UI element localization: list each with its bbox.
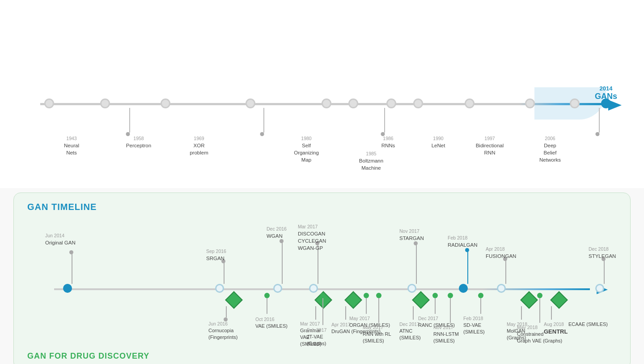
conn-stylegan — [604, 259, 605, 284]
label-gans: 2014 GANs — [606, 85, 628, 101]
diamond-molgan — [520, 291, 538, 309]
label-rnn-rl: May 2017 RNN with RL(SMILES) — [363, 324, 391, 344]
node-hopfield — [348, 98, 358, 108]
gan-node-srgan — [215, 284, 224, 293]
diamond-atnc — [412, 291, 430, 309]
node-neocogitron — [322, 98, 331, 108]
label-fusiongan: Apr 2018 FUSIONGAN — [486, 246, 516, 260]
node-computing — [100, 98, 110, 108]
conn-molgan — [521, 306, 522, 320]
conn-grammar-vae — [315, 306, 316, 320]
gan-timeline-wrapper: Jun 2014 Original GAN Sep 2016 SRGAN Dec… — [27, 217, 617, 360]
gan-title: GAN TIMELINE — [27, 202, 617, 212]
dot-rnn-rl — [376, 293, 381, 298]
gan-node-discogan — [309, 284, 318, 293]
conn-ranc — [435, 298, 436, 314]
label-srgan: Sep 2016 SRGAN — [206, 248, 226, 262]
diamond-cornucopia — [225, 291, 243, 309]
node-dark-era — [44, 98, 54, 108]
dot-organ — [364, 293, 369, 298]
dot-jt-vae — [320, 293, 326, 298]
gan-drug-title: GAN FOR DRUG DISCOVERY — [27, 351, 149, 361]
node-gans — [601, 98, 611, 108]
connector-perceptron — [263, 108, 264, 133]
dot-radialgan — [465, 248, 469, 252]
node-lstms — [465, 98, 475, 108]
dot-neural-nets — [126, 132, 130, 136]
dot-sd-vae — [478, 293, 483, 298]
conn-sd-vae — [480, 298, 481, 314]
node-restricted-boltzmann — [386, 98, 396, 108]
conn-wgan — [282, 241, 283, 284]
conn-rnn-rl — [378, 298, 379, 323]
conn-constrained — [539, 298, 540, 323]
conn-jt-vae — [322, 298, 323, 325]
node-multilayer — [413, 98, 423, 108]
conn-atnc — [413, 306, 414, 320]
dot-ranc — [432, 293, 438, 298]
label-radialgan: Feb 2018 RADIALGAN — [448, 235, 477, 248]
conn-stargan — [416, 244, 417, 284]
dot-vae — [264, 293, 270, 298]
label-rnn-lstm: Nov 2017 RNN-LSTM(SMILES) — [433, 324, 459, 344]
node-deep-boltzmann — [525, 98, 535, 108]
node-backprop — [246, 98, 255, 108]
node-adaline — [161, 98, 170, 108]
gan-node-original — [63, 284, 72, 293]
dot-stargan — [414, 241, 418, 245]
label-stylegan: Dec 2018 STYLEGAN — [589, 246, 616, 260]
node-dropout — [570, 98, 580, 108]
gan-node-radialgan — [459, 284, 468, 293]
conn-vae — [267, 298, 267, 314]
label-cornucopia: Jun 2016 Cornucopia(Fingerprints) — [208, 321, 237, 341]
gan-timeline-section: GAN TIMELINE Jun 2014 Original GAN Sep 2… — [13, 193, 631, 364]
gan-node-fusiongan — [497, 284, 506, 293]
label-ecaae-text: ECAAE (SMILES) — [568, 321, 608, 328]
gan-line — [54, 288, 590, 290]
dot-constrained — [537, 293, 542, 298]
top-timeline-section: 1940 Dark EraUntil 1940 1950 ComputingMa… — [0, 0, 644, 188]
conn-original-gan — [72, 253, 72, 284]
label-stargan: Nov 2017 STARGAN — [399, 228, 424, 242]
timeline-container: 1940 Dark EraUntil 1940 1950 ComputingMa… — [13, 9, 631, 179]
label-jt-vae: Feb 2017 JT-VAE(Graphs) — [307, 327, 326, 347]
diamond-ecaae — [550, 291, 568, 309]
label-discogan: Mar 2017 DISCOGANCYCLEGANWGAN-GP — [298, 223, 326, 252]
label-wgan: Dec 2016 WGAN — [267, 226, 287, 240]
conn-drugan — [345, 306, 346, 320]
connector-xor — [384, 108, 385, 133]
conn-rnn-lstm — [450, 298, 451, 323]
dot-perceptron — [260, 132, 264, 136]
label-atnc: Dec 2017 ATNC(SMILES) — [399, 321, 421, 341]
label-ecaae: Aug 2018 GENTRL — [544, 321, 568, 336]
conn-radialgan — [467, 250, 468, 284]
dot-original-gan — [69, 250, 73, 254]
dot-rnn-lstm — [448, 293, 453, 298]
conn-fusiongan — [505, 259, 506, 284]
label-sd-vae: Feb 2018 SD-VAE(SMILES) — [463, 315, 485, 335]
conn-organ — [366, 298, 367, 314]
dot-wgan — [280, 239, 284, 243]
dot-self-organizing — [596, 132, 600, 136]
dot-xor — [381, 132, 385, 136]
connector-neural-nets — [129, 108, 130, 133]
gan-node-stylegan — [595, 284, 604, 293]
conn-cornucopia — [226, 306, 227, 317]
connector-self-organizing — [599, 108, 600, 133]
label-vae: Oct 2016 VAE (SMILES) — [255, 316, 288, 330]
gan-node-wgan — [273, 284, 282, 293]
diamond-drugan — [344, 291, 362, 309]
conn-srgan — [224, 261, 225, 284]
label-original-gan: Jun 2014 Original GAN — [45, 232, 76, 246]
conn-ecaae — [551, 306, 552, 320]
gan-node-stargan — [407, 284, 416, 293]
